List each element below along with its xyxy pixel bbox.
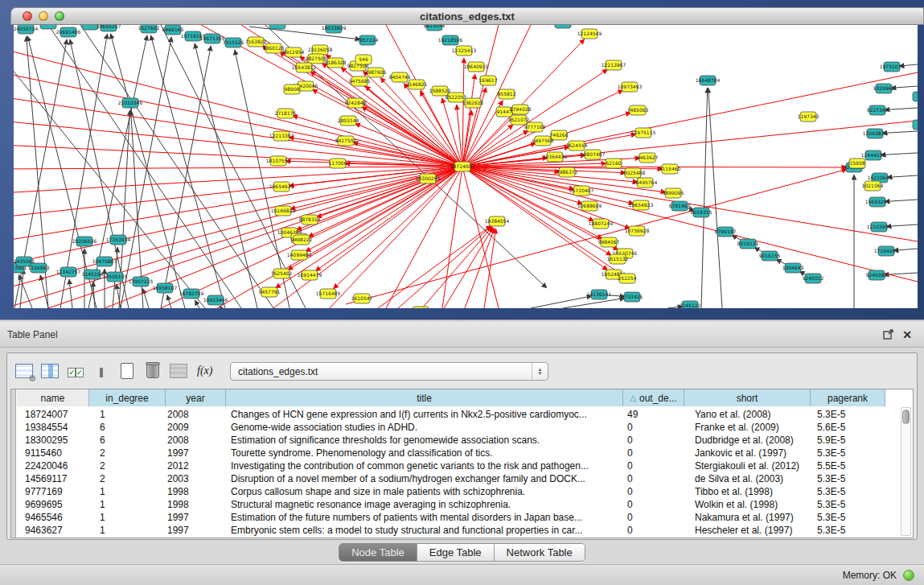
delete-icon[interactable]: [142, 360, 163, 381]
graph-node[interactable]: 10655257: [97, 25, 121, 31]
function-builder-icon[interactable]: f(x): [197, 365, 212, 377]
graph-node[interactable]: 12213367: [269, 131, 294, 141]
graph-node[interactable]: 15716485: [316, 289, 341, 299]
graph-node[interactable]: 62160: [606, 159, 622, 168]
window-titlebar[interactable]: citations_edges.txt: [10, 7, 924, 25]
graph-node[interactable]: 18640910: [464, 62, 489, 72]
graph-node[interactable]: 3624554: [566, 141, 588, 150]
graph-node[interactable]: 6497568: [532, 136, 554, 146]
graph-node[interactable]: 9245012: [803, 274, 824, 283]
tab-edge-table[interactable]: Edge Table: [417, 544, 495, 561]
graph-node[interactable]: 9242848: [345, 98, 367, 108]
graph-node[interactable]: 1197343: [798, 112, 819, 122]
graph-node[interactable]: 9475685: [349, 76, 371, 86]
graph-node[interactable]: 10973493: [618, 82, 643, 92]
table-row[interactable]: 977716911998Corpus callosum shape and si…: [17, 485, 885, 498]
graph-node[interactable]: 12975115: [631, 128, 656, 138]
graph-node[interactable]: 16648784: [696, 76, 721, 85]
graph-node[interactable]: 9899095: [663, 188, 684, 198]
graph-node[interactable]: 10958107: [153, 283, 178, 293]
graph-node[interactable]: 18807249: [589, 219, 614, 229]
graph-node[interactable]: 13505135: [103, 272, 128, 282]
graph-node[interactable]: 8019131: [737, 239, 759, 249]
graph-node[interactable]: 725440: [412, 307, 430, 308]
table-row[interactable]: 1872400712008Changes of HCN gene express…: [17, 408, 885, 421]
graph-node[interactable]: 14671355: [200, 34, 225, 43]
graph-node[interactable]: 8860128: [263, 43, 285, 53]
graph-node[interactable]: 19654933: [269, 182, 294, 192]
graph-node[interactable]: 169617: [479, 76, 498, 85]
graph-node[interactable]: 1733426: [622, 292, 643, 302]
column-header-in_degree[interactable]: in_degree: [89, 389, 166, 406]
table-row[interactable]: 969969511998Structural magnetic resonanc…: [17, 498, 885, 511]
graph-node[interactable]: 8427552: [335, 136, 357, 146]
graph-node[interactable]: 9227349: [867, 105, 889, 115]
graph-node[interactable]: 1021064: [862, 181, 884, 191]
table-row[interactable]: 1456911722003Disruption of a novel membe…: [17, 472, 885, 485]
select-all-icon[interactable]: ✓✓: [65, 360, 86, 381]
graph-node[interactable]: [913, 92, 918, 101]
graph-node[interactable]: 18495764: [633, 178, 658, 187]
graph-node[interactable]: 10756928: [625, 226, 650, 236]
graph-node[interactable]: 2987606: [365, 68, 387, 77]
graph-node[interactable]: 17957225: [129, 277, 154, 286]
graph-node[interactable]: 9329966: [873, 84, 895, 93]
graph-node[interactable]: 1362615: [462, 98, 484, 108]
column-header-name[interactable]: name: [17, 389, 89, 406]
scrollbar-thumb[interactable]: [902, 410, 910, 424]
table-row[interactable]: 2242004622012Investigating the contribut…: [17, 459, 885, 472]
graph-node[interactable]: 8878314: [299, 215, 321, 225]
tab-node-table[interactable]: Node Table: [339, 544, 417, 561]
graph-node[interactable]: 21053346: [118, 98, 143, 108]
graph-node[interactable]: 8186328: [325, 58, 347, 68]
table-selector-dropdown[interactable]: citations_edges.txt ▲▼: [230, 362, 548, 381]
graph-node[interactable]: 12124549: [577, 29, 602, 39]
graph-node[interactable]: [913, 120, 918, 130]
graph-node[interactable]: [40, 25, 56, 29]
table-settings-icon[interactable]: ⚙: [14, 360, 35, 381]
graph-node[interactable]: 9984067: [598, 237, 620, 247]
column-header-year[interactable]: year: [166, 389, 226, 406]
graph-node[interactable]: 24055724: [14, 25, 38, 34]
graph-node[interactable]: 10025488: [621, 168, 646, 178]
graph-node[interactable]: [555, 25, 571, 28]
table-row[interactable]: 1938455462009Genome-wide association stu…: [17, 421, 885, 434]
graph-node[interactable]: 546: [355, 55, 372, 64]
graph-node[interactable]: 9457791: [259, 287, 281, 297]
graph-node[interactable]: 12325413: [452, 46, 477, 56]
graph-node[interactable]: 8912954: [283, 47, 305, 57]
graph-node[interactable]: 19218506: [438, 35, 463, 45]
graph-node[interactable]: 10688609: [577, 201, 602, 211]
graph-node[interactable]: 16782759: [179, 289, 204, 299]
graph-node[interactable]: 14136141: [587, 290, 612, 299]
graph-node[interactable]: 9463627: [637, 153, 659, 163]
graph-node[interactable]: 6794028: [510, 105, 532, 114]
column-select-icon[interactable]: [39, 360, 60, 381]
graph-node[interactable]: 20364436: [543, 152, 568, 162]
column-header-short[interactable]: short: [684, 389, 811, 406]
graph-node[interactable]: 7625402: [271, 269, 293, 278]
graph-node[interactable]: 15958: [849, 159, 865, 168]
graph-node[interactable]: 117006: [329, 159, 347, 168]
graph-node[interactable]: 9498222: [291, 235, 313, 245]
table-row[interactable]: 946362711997Embryonic stem cells: a mode…: [17, 524, 885, 537]
graph-node[interactable]: 17353934: [106, 235, 131, 245]
graph-node[interactable]: 1145194: [82, 270, 104, 279]
graph-node[interactable]: 12342757: [56, 267, 81, 277]
graph-node[interactable]: 19654923: [629, 200, 654, 210]
citation-network-graph[interactable]: 2405572420691406106552571527602846616010…: [14, 25, 918, 308]
column-header-pagerank[interactable]: pagerank: [811, 389, 885, 406]
graph-node[interactable]: 955812: [498, 89, 516, 99]
graph-node[interactable]: 6799197: [715, 227, 737, 237]
tab-network-table[interactable]: Network Table: [495, 544, 585, 561]
graph-node[interactable]: 12093832: [863, 129, 888, 138]
graph-node[interactable]: 14099489: [287, 250, 312, 260]
graph-node[interactable]: 12444158: [861, 150, 886, 160]
graph-node[interactable]: 15693291: [865, 197, 890, 207]
close-icon[interactable]: ✕: [900, 328, 914, 341]
graph-node[interactable]: 12103954: [867, 222, 892, 232]
graph-node[interactable]: 9115460: [659, 164, 681, 174]
graph-node[interactable]: 16914479: [298, 270, 322, 280]
graph-node[interactable]: 23226058: [308, 45, 333, 55]
column-header-title[interactable]: title: [226, 389, 623, 406]
